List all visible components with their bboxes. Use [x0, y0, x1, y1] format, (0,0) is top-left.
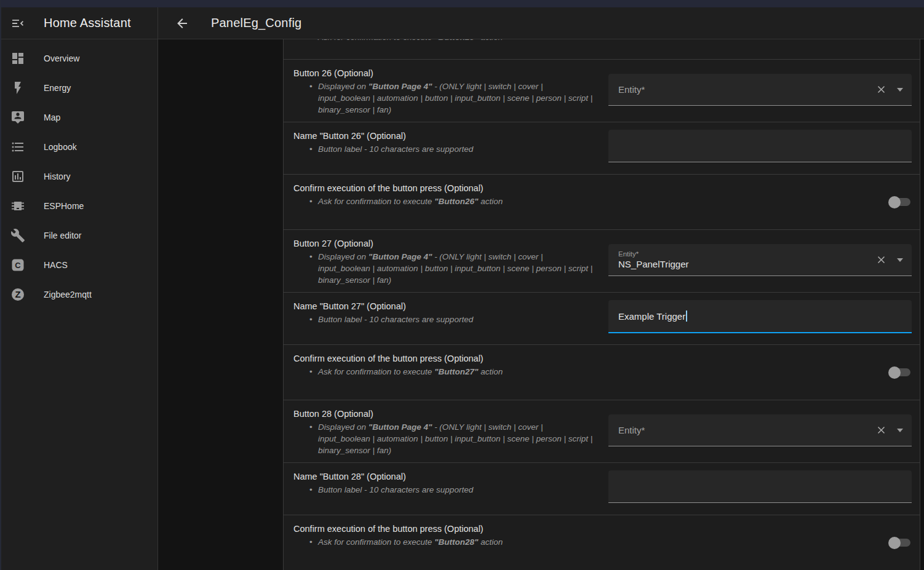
view-dashboard-icon: [10, 51, 25, 66]
sidebar-item-hacs[interactable]: C HACS: [0, 250, 157, 280]
tooltip-account-icon: [10, 110, 25, 125]
button-row-title: Button 28 (Optional): [293, 408, 596, 420]
entity-select[interactable]: Entity* Entity*: [608, 74, 912, 106]
confirm-row-title: Confirm execution of the button press (O…: [293, 523, 596, 535]
button-row-title: Button 27 (Optional): [293, 237, 596, 250]
window-edge: [0, 0, 1, 570]
sidebar-item-label: Overview: [44, 53, 79, 63]
confirm-toggle[interactable]: [888, 537, 910, 549]
app-title: Home Assistant: [44, 16, 131, 30]
svg-text:Z: Z: [15, 289, 20, 299]
back-arrow-icon[interactable]: [175, 16, 189, 31]
main-panel: PanelEg_Config Ask for confirmation to e…: [158, 7, 924, 570]
svg-text:C: C: [15, 261, 21, 270]
text-cursor: [686, 311, 687, 322]
sidebar-item-map[interactable]: Map: [0, 103, 157, 132]
sidebar-item-label: Zigbee2mqtt: [44, 290, 92, 299]
name-row-description: Button label - 10 characters are support…: [308, 314, 596, 325]
button-name-row: Name "Button 26" (Optional) Button label…: [284, 122, 920, 175]
sidebar-item-label: HACS: [44, 260, 68, 270]
sidebar-item-logbook[interactable]: Logbook: [0, 132, 157, 162]
button-row-description: Displayed on "Button Page 4" - (ONLY lig…: [308, 421, 596, 456]
clear-entity-icon[interactable]: [875, 254, 887, 266]
bulleted-list-icon: [10, 140, 25, 154]
sidebar-item-label: Map: [44, 113, 60, 122]
sidebar-item-energy[interactable]: Energy: [0, 73, 157, 103]
button-name-row: Name "Button 28" (Optional) Button label…: [284, 463, 920, 515]
button-name-input[interactable]: [608, 130, 912, 162]
confirm-row-title: Confirm execution of the button press (O…: [293, 182, 596, 194]
sidebar-item-history[interactable]: History: [0, 162, 157, 191]
entity-select[interactable]: Entity* Entity* NS_PanelTrigger: [608, 244, 912, 276]
confirm-toggle[interactable]: [888, 366, 910, 379]
button-name-input[interactable]: [608, 470, 912, 503]
sidebar-toggle-icon[interactable]: [10, 16, 25, 31]
button-entity-row: Button 27 (Optional) Displayed on "Butto…: [284, 230, 920, 293]
name-row-description: Button label - 10 characters are support…: [308, 484, 596, 496]
entity-placeholder-label: Entity*: [618, 84, 645, 95]
sidebar-header: Home Assistant: [0, 7, 157, 39]
zigbee-z-icon: Z: [10, 287, 25, 302]
dropdown-arrow-icon[interactable]: [897, 429, 903, 432]
entity-placeholder-label: Entity*: [618, 425, 645, 435]
clear-entity-icon[interactable]: [875, 84, 887, 95]
sidebar-nav: Overview Energy Map Logbook History ESPH…: [0, 39, 157, 309]
sidebar-item-esphome[interactable]: ESPHome: [0, 191, 157, 221]
name-row-title: Name "Button 26" (Optional): [293, 130, 596, 142]
entity-value: NS_PanelTrigger: [618, 259, 689, 269]
lightning-bolt-icon: [10, 81, 25, 95]
sidebar-item-zigbee2mqtt[interactable]: Z Zigbee2mqtt: [0, 280, 157, 309]
bar-chart-box-icon: [10, 169, 25, 184]
wrench-icon: [10, 228, 25, 243]
sidebar: Home Assistant Overview Energy Map Logbo…: [0, 7, 158, 570]
button-entity-row: Button 26 (Optional) Displayed on "Butto…: [284, 60, 920, 122]
button-row-title: Button 26 (Optional): [293, 67, 596, 79]
config-form: Ask for confirmation to execute "Button2…: [283, 39, 920, 570]
button-row-description: Displayed on "Button Page 4" - (ONLY lig…: [308, 251, 596, 286]
confirm-toggle[interactable]: [888, 196, 910, 208]
confirm-row: Confirm execution of the button press (O…: [284, 175, 920, 230]
confirm-row: Confirm execution of the button press (O…: [284, 345, 920, 400]
sidebar-item-label: File editor: [44, 231, 81, 240]
name-row-title: Name "Button 27" (Optional): [293, 300, 596, 312]
panel-content: Ask for confirmation to execute "Button2…: [158, 39, 924, 570]
chip-icon: [10, 199, 25, 213]
dropdown-arrow-icon[interactable]: [897, 258, 903, 262]
button-row-description: Displayed on "Button Page 4" - (ONLY lig…: [308, 81, 596, 116]
sidebar-item-label: Energy: [44, 83, 71, 93]
confirm-row-description: Ask for confirmation to execute "Button2…: [308, 366, 596, 378]
browser-top-strip: [0, 0, 924, 7]
button-name-value: Example Trigger: [618, 311, 685, 322]
sidebar-item-label: History: [44, 172, 71, 181]
dropdown-arrow-icon[interactable]: [897, 88, 903, 92]
confirm-row-title: Confirm execution of the button press (O…: [293, 352, 596, 365]
button-name-row: Name "Button 27" (Optional) Button label…: [284, 293, 920, 345]
button-entity-row: Button 28 (Optional) Displayed on "Butto…: [284, 400, 920, 463]
confirm-row: Confirm execution of the button press (O…: [284, 515, 920, 570]
name-row-title: Name "Button 28" (Optional): [293, 470, 596, 483]
name-row-description: Button label - 10 characters are support…: [308, 143, 596, 155]
sidebar-item-label: Logbook: [44, 142, 77, 152]
entity-float-label: Entity*: [618, 250, 689, 258]
clipped-confirm-row: Ask for confirmation to execute "Button2…: [284, 39, 920, 60]
confirm-row-description: Ask for confirmation to execute "Button2…: [308, 536, 596, 548]
hacs-c-icon: C: [10, 258, 25, 272]
panel-header: PanelEg_Config: [158, 7, 924, 39]
clear-entity-icon[interactable]: [875, 424, 887, 436]
clipped-confirm-description: Ask for confirmation to execute "Button2…: [308, 39, 503, 43]
confirm-row-description: Ask for confirmation to execute "Button2…: [308, 196, 596, 207]
home-assistant-app: Home Assistant Overview Energy Map Logbo…: [0, 7, 924, 570]
entity-select[interactable]: Entity* Entity*: [608, 414, 912, 446]
sidebar-item-label: ESPHome: [44, 201, 84, 211]
button-name-input[interactable]: Example Trigger: [608, 300, 912, 333]
sidebar-item-overview[interactable]: Overview: [0, 44, 157, 73]
page-title: PanelEg_Config: [211, 16, 301, 30]
sidebar-item-file-editor[interactable]: File editor: [0, 221, 157, 250]
